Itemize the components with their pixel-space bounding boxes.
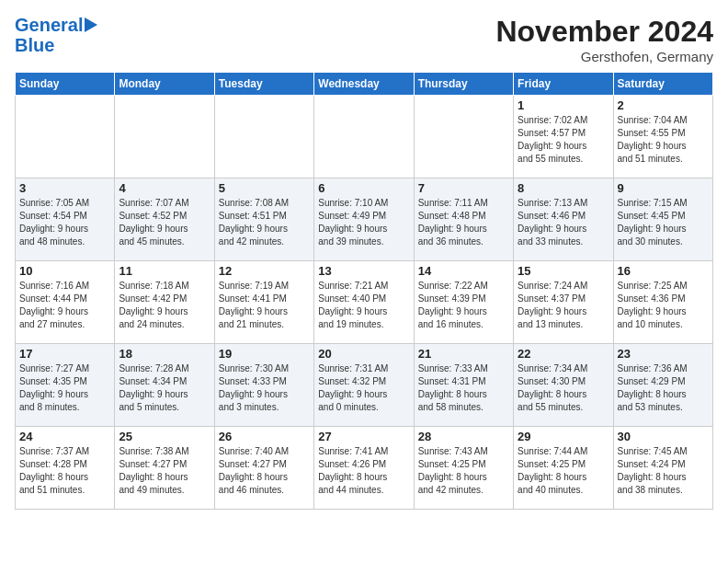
calendar-week-row: 24Sunrise: 7:37 AM Sunset: 4:28 PM Dayli…	[16, 427, 713, 510]
day-number: 22	[518, 347, 609, 361]
weekday-header-row: SundayMondayTuesdayWednesdayThursdayFrid…	[16, 73, 713, 96]
day-number: 3	[19, 181, 110, 195]
calendar-cell: 23Sunrise: 7:36 AM Sunset: 4:29 PM Dayli…	[613, 344, 712, 427]
weekday-header-saturday: Saturday	[613, 73, 712, 96]
logo-text-blue: Blue	[15, 35, 54, 55]
calendar-cell	[414, 96, 513, 178]
day-number: 12	[219, 264, 310, 278]
day-info: Sunrise: 7:02 AM Sunset: 4:57 PM Dayligh…	[518, 114, 609, 166]
day-number: 20	[318, 347, 409, 361]
day-info: Sunrise: 7:38 AM Sunset: 4:27 PM Dayligh…	[119, 445, 210, 497]
calendar-week-row: 10Sunrise: 7:16 AM Sunset: 4:44 PM Dayli…	[16, 261, 713, 344]
calendar-cell: 19Sunrise: 7:30 AM Sunset: 4:33 PM Dayli…	[214, 344, 313, 427]
calendar-cell: 17Sunrise: 7:27 AM Sunset: 4:35 PM Dayli…	[16, 344, 115, 427]
day-number: 1	[518, 98, 609, 112]
day-info: Sunrise: 7:40 AM Sunset: 4:27 PM Dayligh…	[219, 445, 310, 497]
day-info: Sunrise: 7:41 AM Sunset: 4:26 PM Dayligh…	[318, 445, 409, 497]
calendar-cell: 5Sunrise: 7:08 AM Sunset: 4:51 PM Daylig…	[214, 178, 313, 261]
day-number: 13	[318, 264, 409, 278]
day-number: 9	[618, 181, 709, 195]
day-info: Sunrise: 7:08 AM Sunset: 4:51 PM Dayligh…	[219, 197, 310, 248]
day-info: Sunrise: 7:05 AM Sunset: 4:54 PM Dayligh…	[19, 197, 110, 248]
calendar-cell	[16, 96, 115, 178]
weekday-header-sunday: Sunday	[16, 73, 115, 96]
day-number: 10	[19, 264, 110, 278]
page-header: General Blue November 2024 Gersthofen, G…	[15, 15, 713, 64]
day-info: Sunrise: 7:11 AM Sunset: 4:48 PM Dayligh…	[418, 197, 509, 248]
day-number: 8	[518, 181, 609, 195]
day-number: 27	[318, 430, 409, 443]
day-number: 21	[418, 347, 509, 361]
calendar-cell: 4Sunrise: 7:07 AM Sunset: 4:52 PM Daylig…	[115, 178, 214, 261]
location: Gersthofen, Germany	[495, 49, 713, 64]
day-number: 11	[119, 264, 210, 278]
calendar-cell: 15Sunrise: 7:24 AM Sunset: 4:37 PM Dayli…	[514, 261, 613, 344]
day-info: Sunrise: 7:04 AM Sunset: 4:55 PM Dayligh…	[618, 114, 709, 166]
calendar-cell: 28Sunrise: 7:43 AM Sunset: 4:25 PM Dayli…	[414, 427, 513, 510]
logo: General Blue	[15, 15, 97, 55]
day-number: 19	[219, 347, 310, 361]
day-number: 23	[618, 347, 709, 361]
calendar-cell: 21Sunrise: 7:33 AM Sunset: 4:31 PM Dayli…	[414, 344, 513, 427]
day-info: Sunrise: 7:34 AM Sunset: 4:30 PM Dayligh…	[518, 362, 609, 414]
calendar-cell: 27Sunrise: 7:41 AM Sunset: 4:26 PM Dayli…	[314, 427, 414, 510]
calendar-week-row: 3Sunrise: 7:05 AM Sunset: 4:54 PM Daylig…	[16, 178, 713, 261]
day-info: Sunrise: 7:33 AM Sunset: 4:31 PM Dayligh…	[418, 362, 509, 414]
calendar-cell: 24Sunrise: 7:37 AM Sunset: 4:28 PM Dayli…	[16, 427, 115, 510]
day-info: Sunrise: 7:19 AM Sunset: 4:41 PM Dayligh…	[219, 280, 310, 331]
day-number: 30	[618, 430, 709, 443]
calendar-cell: 2Sunrise: 7:04 AM Sunset: 4:55 PM Daylig…	[613, 96, 712, 178]
day-info: Sunrise: 7:43 AM Sunset: 4:25 PM Dayligh…	[418, 445, 509, 497]
day-info: Sunrise: 7:28 AM Sunset: 4:34 PM Dayligh…	[119, 362, 210, 414]
calendar-cell	[115, 96, 214, 178]
calendar-cell: 18Sunrise: 7:28 AM Sunset: 4:34 PM Dayli…	[115, 344, 214, 427]
logo-text: General	[15, 15, 83, 35]
day-number: 16	[618, 264, 709, 278]
day-number: 25	[119, 430, 210, 443]
day-info: Sunrise: 7:31 AM Sunset: 4:32 PM Dayligh…	[318, 362, 409, 414]
calendar-cell: 22Sunrise: 7:34 AM Sunset: 4:30 PM Dayli…	[514, 344, 613, 427]
logo-arrow-icon	[85, 17, 97, 32]
calendar-cell: 3Sunrise: 7:05 AM Sunset: 4:54 PM Daylig…	[16, 178, 115, 261]
day-number: 4	[119, 181, 210, 195]
day-info: Sunrise: 7:24 AM Sunset: 4:37 PM Dayligh…	[518, 280, 609, 331]
calendar-cell: 8Sunrise: 7:13 AM Sunset: 4:46 PM Daylig…	[514, 178, 613, 261]
day-info: Sunrise: 7:36 AM Sunset: 4:29 PM Dayligh…	[618, 362, 709, 414]
weekday-header-thursday: Thursday	[414, 73, 513, 96]
day-number: 29	[518, 430, 609, 443]
day-info: Sunrise: 7:37 AM Sunset: 4:28 PM Dayligh…	[19, 445, 110, 497]
title-block: November 2024 Gersthofen, Germany	[495, 15, 713, 64]
calendar-cell: 13Sunrise: 7:21 AM Sunset: 4:40 PM Dayli…	[314, 261, 414, 344]
weekday-header-wednesday: Wednesday	[314, 73, 414, 96]
day-number: 15	[518, 264, 609, 278]
day-info: Sunrise: 7:18 AM Sunset: 4:42 PM Dayligh…	[119, 280, 210, 331]
day-info: Sunrise: 7:10 AM Sunset: 4:49 PM Dayligh…	[318, 197, 409, 248]
day-info: Sunrise: 7:21 AM Sunset: 4:40 PM Dayligh…	[318, 280, 409, 331]
day-number: 5	[219, 181, 310, 195]
calendar-cell: 10Sunrise: 7:16 AM Sunset: 4:44 PM Dayli…	[16, 261, 115, 344]
day-number: 24	[19, 430, 110, 443]
day-info: Sunrise: 7:27 AM Sunset: 4:35 PM Dayligh…	[19, 362, 110, 414]
calendar-cell: 30Sunrise: 7:45 AM Sunset: 4:24 PM Dayli…	[613, 427, 712, 510]
calendar-cell: 7Sunrise: 7:11 AM Sunset: 4:48 PM Daylig…	[414, 178, 513, 261]
day-number: 7	[418, 181, 509, 195]
calendar-cell: 11Sunrise: 7:18 AM Sunset: 4:42 PM Dayli…	[115, 261, 214, 344]
day-number: 26	[219, 430, 310, 443]
day-info: Sunrise: 7:16 AM Sunset: 4:44 PM Dayligh…	[19, 280, 110, 331]
calendar-cell	[214, 96, 313, 178]
day-info: Sunrise: 7:30 AM Sunset: 4:33 PM Dayligh…	[219, 362, 310, 414]
calendar-cell: 16Sunrise: 7:25 AM Sunset: 4:36 PM Dayli…	[613, 261, 712, 344]
day-info: Sunrise: 7:07 AM Sunset: 4:52 PM Dayligh…	[119, 197, 210, 248]
calendar-cell: 1Sunrise: 7:02 AM Sunset: 4:57 PM Daylig…	[514, 96, 613, 178]
calendar-cell: 14Sunrise: 7:22 AM Sunset: 4:39 PM Dayli…	[414, 261, 513, 344]
day-info: Sunrise: 7:15 AM Sunset: 4:45 PM Dayligh…	[618, 197, 709, 248]
calendar-cell: 26Sunrise: 7:40 AM Sunset: 4:27 PM Dayli…	[214, 427, 313, 510]
day-info: Sunrise: 7:25 AM Sunset: 4:36 PM Dayligh…	[618, 280, 709, 331]
calendar-week-row: 1Sunrise: 7:02 AM Sunset: 4:57 PM Daylig…	[16, 96, 713, 178]
day-number: 2	[618, 98, 709, 112]
day-number: 6	[318, 181, 409, 195]
calendar-cell: 20Sunrise: 7:31 AM Sunset: 4:32 PM Dayli…	[314, 344, 414, 427]
calendar-cell: 6Sunrise: 7:10 AM Sunset: 4:49 PM Daylig…	[314, 178, 414, 261]
day-number: 18	[119, 347, 210, 361]
calendar-cell: 29Sunrise: 7:44 AM Sunset: 4:25 PM Dayli…	[514, 427, 613, 510]
